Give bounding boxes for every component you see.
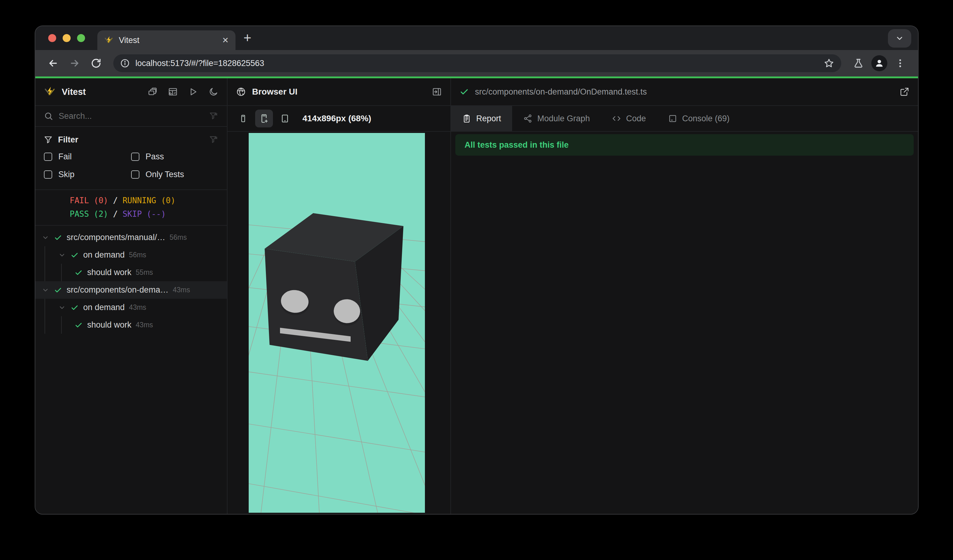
sidebar-actions [148, 87, 218, 97]
panel-right-open-icon[interactable] [432, 87, 442, 97]
windows-stack-icon[interactable] [148, 87, 157, 97]
test-row[interactable]: should work55ms [35, 264, 227, 281]
browser-panel-header: Browser UI [228, 78, 450, 106]
tab-title: Vitest [119, 36, 216, 45]
tab-strip: Vitest ✕ + [35, 26, 918, 50]
test-name: src/components/manual/… [67, 233, 165, 242]
checkbox[interactable] [131, 171, 140, 179]
checkbox-label: Fail [58, 152, 72, 161]
all-tests-passed-banner: All tests passed in this file [455, 134, 914, 156]
search-icon [44, 112, 53, 121]
file-row[interactable]: src/components/on-dema…43ms [35, 281, 227, 299]
overflow-menu-icon[interactable] [892, 55, 909, 72]
test-name: on demand [83, 250, 125, 260]
clear-search-filter-icon[interactable] [209, 112, 218, 121]
close-window-button[interactable] [48, 34, 56, 42]
run-all-icon[interactable] [188, 87, 198, 97]
sidebar: Vitest [35, 78, 228, 514]
browser-tab[interactable]: Vitest ✕ [97, 30, 236, 50]
checkbox[interactable] [131, 153, 140, 161]
report-panel: src/components/on-demand/OnDemand.test.t… [451, 78, 918, 514]
device-phone-plus-button[interactable] [255, 110, 273, 127]
skip-count: SKIP (--) [123, 209, 166, 219]
dark-mode-toggle-icon[interactable] [208, 87, 218, 97]
suite-row[interactable]: on demand56ms [35, 246, 227, 264]
search-input[interactable] [59, 112, 203, 121]
fail-count: FAIL (0) [70, 196, 108, 205]
pass-check-icon [75, 321, 82, 329]
test-status-summary: FAIL (0) / RUNNING (0) PASS (2) / SKIP (… [35, 190, 227, 226]
checkbox[interactable] [44, 171, 52, 179]
running-count: RUNNING (0) [123, 196, 175, 205]
report-content: All tests passed in this file [451, 132, 918, 514]
test-tree: src/components/manual/…56mson demand56ms… [35, 226, 227, 514]
tab-console-69[interactable]: Console (69) [657, 106, 741, 131]
search-row [35, 106, 227, 127]
experiments-flask-icon[interactable] [850, 55, 867, 72]
tab-search-button[interactable] [888, 29, 911, 48]
checkbox[interactable] [44, 153, 52, 161]
test-name: src/components/on-dema… [67, 285, 169, 295]
chevron-down-icon[interactable] [42, 287, 50, 294]
vitest-logo-icon [44, 86, 56, 98]
test-file-path: src/components/on-demand/OnDemand.test.t… [475, 87, 893, 97]
preview-area [228, 132, 450, 514]
funnel-icon [44, 135, 53, 144]
reload-button[interactable] [87, 55, 105, 72]
filter-checkbox-skip[interactable]: Skip [44, 166, 131, 183]
suite-row[interactable]: on demand43ms [35, 299, 227, 316]
device-viewport[interactable] [249, 133, 425, 513]
test-name: should work [87, 268, 131, 277]
indent-guide [45, 264, 58, 281]
zoom-window-button[interactable] [77, 34, 85, 42]
close-tab-icon[interactable]: ✕ [222, 36, 229, 44]
chevron-down-icon[interactable] [58, 251, 66, 259]
test-row[interactable]: should work43ms [35, 316, 227, 334]
bookmark-star-icon[interactable] [820, 55, 838, 72]
tab-label: Module Graph [537, 114, 590, 123]
browser-window: Vitest ✕ + localhost:5173/#/?file=182862… [35, 25, 919, 515]
tab-report[interactable]: Report [451, 106, 512, 131]
forward-button[interactable] [66, 55, 83, 72]
tab-label: Console (69) [682, 114, 730, 123]
chevron-down-icon[interactable] [42, 234, 50, 241]
test-duration: 55ms [136, 268, 153, 277]
sidebar-header: Vitest [35, 78, 227, 106]
chevron-down-icon[interactable] [58, 304, 66, 311]
address-bar[interactable]: localhost:5173/#/?file=1828625563 [113, 54, 841, 72]
browser-preview-panel: Browser UI 414x896px (68%) [228, 78, 451, 514]
profile-avatar[interactable] [871, 55, 887, 71]
test-name: on demand [83, 303, 125, 312]
report-tabs: ReportModule GraphCodeConsole (69) [451, 106, 918, 132]
filter-checkbox-pass[interactable]: Pass [131, 148, 218, 166]
tab-label: Code [626, 114, 646, 123]
tab-module-graph[interactable]: Module Graph [512, 106, 601, 131]
site-info-icon[interactable] [120, 58, 130, 68]
open-external-icon[interactable] [900, 87, 910, 97]
status-line-2: PASS (2) / SKIP (--) [70, 207, 227, 221]
device-tablet-button[interactable] [276, 110, 294, 127]
pass-check-icon [75, 268, 82, 277]
tab-code[interactable]: Code [601, 106, 657, 131]
filter-header: Filter [44, 132, 218, 148]
new-tab-button[interactable]: + [244, 28, 251, 48]
robot-cube [265, 213, 404, 361]
threejs-scene [249, 133, 425, 513]
favicon-vitest-icon [104, 36, 113, 45]
pass-check-icon [54, 233, 62, 242]
app-title: Vitest [62, 87, 141, 97]
file-row[interactable]: src/components/manual/…56ms [35, 229, 227, 246]
window-controls [35, 26, 97, 50]
dashboard-icon[interactable] [168, 87, 178, 97]
clear-filter-icon[interactable] [209, 135, 218, 144]
test-duration: 56ms [169, 233, 187, 242]
filter-checkbox-fail[interactable]: Fail [44, 148, 131, 166]
pass-check-icon [54, 286, 62, 295]
filter-checkbox-only-tests[interactable]: Only Tests [131, 166, 218, 183]
back-button[interactable] [45, 55, 62, 72]
vitest-ui: Vitest [35, 78, 918, 514]
report-header: src/components/on-demand/OnDemand.test.t… [451, 78, 918, 106]
device-phone-small-button[interactable] [234, 110, 252, 127]
minimize-window-button[interactable] [63, 34, 71, 42]
browser-panel-title: Browser UI [252, 87, 426, 97]
